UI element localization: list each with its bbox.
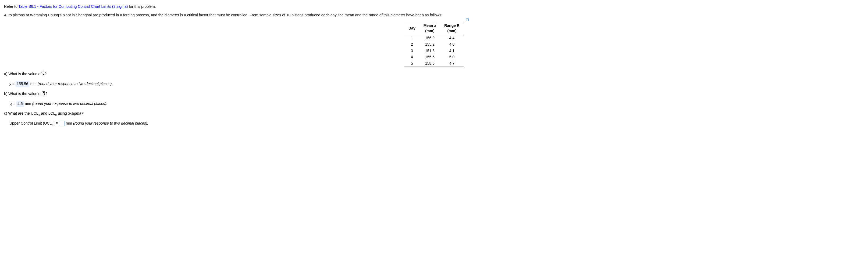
question-c: c) What are the UCLx̄ and LCLx̄ using 3-…	[4, 111, 864, 117]
cell-range: 4.7	[440, 61, 464, 67]
answer-b-input[interactable]: 4.6	[17, 101, 24, 107]
answer-b: R = 4.6 mm (round your response to two d…	[9, 101, 864, 107]
cell-mean: 151.6	[420, 48, 440, 54]
refer-text-pre: Refer to	[4, 4, 18, 9]
answer-c: Upper Control Limit (UCLx̄) = mm (round …	[9, 121, 864, 127]
r-bar-symbol: R	[42, 91, 45, 97]
x-double-bar-symbol: x	[9, 81, 11, 87]
cell-day: 3	[404, 48, 420, 54]
answer-a-input[interactable]: 155.56	[16, 81, 29, 87]
col-mean-header: Mean x (mm)	[420, 22, 440, 35]
hint-text: (round your response to two decimal plac…	[38, 82, 113, 86]
hint-text: (round your response to two decimal plac…	[73, 121, 148, 125]
cell-day: 4	[404, 54, 420, 61]
cell-mean: 155.5	[420, 54, 440, 61]
cell-day: 1	[404, 35, 420, 41]
answer-c-input[interactable]	[59, 121, 65, 126]
cell-range: 4.4	[440, 35, 464, 41]
intro-paragraph-2: Auto pistons at Wemming Chung's plant in…	[4, 13, 864, 18]
refer-text-post: for this problem.	[128, 4, 156, 9]
cell-mean: 158.6	[420, 61, 440, 67]
data-table: Day Mean x (mm) Range R (mm) 1 156.9 4.4…	[404, 22, 464, 67]
col-range-header: Range R (mm)	[440, 22, 464, 35]
question-a: a) What is the value of x?	[4, 71, 864, 77]
col-day-header: Day	[404, 22, 420, 35]
table-row: 4 155.5 5.0	[404, 54, 464, 61]
hint-text: (round your response to two decimal plac…	[32, 102, 107, 106]
answer-a: x = 155.56 mm (round your response to tw…	[9, 81, 864, 87]
table-row: 5 158.6 4.7	[404, 61, 464, 67]
table-row: 1 156.9 4.4	[404, 35, 464, 41]
intro-paragraph-1: Refer to Table S6.1 - Factors for Comput…	[4, 4, 864, 9]
cell-range: 5.0	[440, 54, 464, 61]
table-link[interactable]: Table S6.1 - Factors for Computing Contr…	[18, 4, 128, 9]
cell-range: 4.8	[440, 41, 464, 48]
table-row: 3 151.6 4.1	[404, 48, 464, 54]
cell-day: 2	[404, 41, 420, 48]
question-b: b) What is the value of R?	[4, 91, 864, 97]
copy-icon[interactable]: ❐	[466, 18, 469, 22]
cell-mean: 156.9	[420, 35, 440, 41]
context-text: Auto pistons at Wemming Chung's plant in…	[4, 13, 442, 17]
cell-day: 5	[404, 61, 420, 67]
table-row: 2 155.2 4.8	[404, 41, 464, 48]
cell-mean: 155.2	[420, 41, 440, 48]
cell-range: 4.1	[440, 48, 464, 54]
r-bar-symbol: R	[9, 102, 12, 107]
data-table-wrapper: ❐ Day Mean x (mm) Range R (mm) 1 156.9 4…	[4, 22, 864, 67]
